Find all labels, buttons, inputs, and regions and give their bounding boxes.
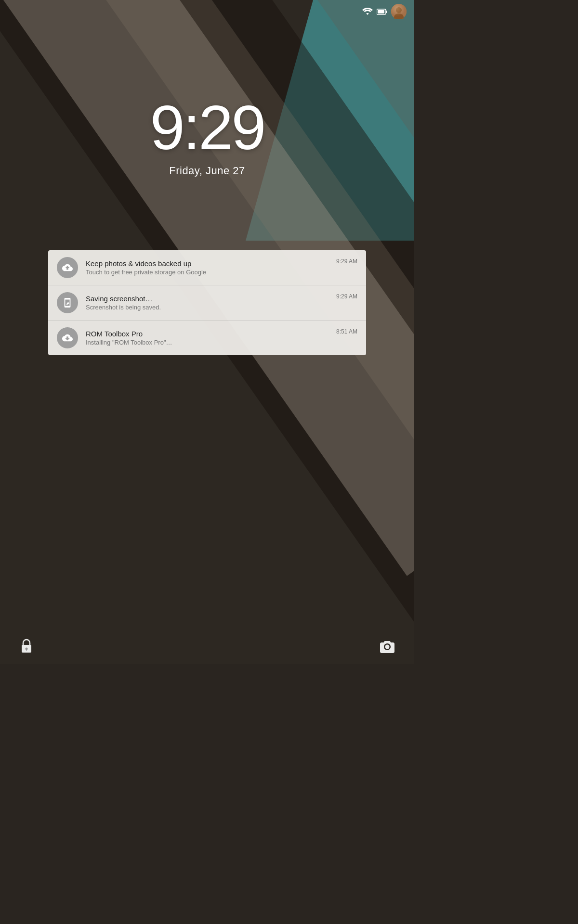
svg-point-6 — [391, 4, 407, 19]
clock-area: 9:29 Friday, June 27 — [0, 96, 414, 177]
clock-time: 9:29 — [150, 96, 264, 159]
notification-time: 9:29 AM — [336, 292, 357, 300]
notification-content: Saving screenshot… Screenshot is being s… — [86, 295, 330, 311]
notification-content: Keep photos & videos backed up Touch to … — [86, 259, 330, 276]
notification-content: ROM Toolbox Pro Installing "ROM Toolbox … — [86, 330, 330, 346]
clock-date: Friday, June 27 — [169, 165, 245, 177]
notification-icon-screenshot — [57, 292, 78, 313]
battery-icon — [377, 9, 387, 15]
notification-body: Installing "ROM Toolbox Pro"… — [86, 339, 330, 346]
notification-item[interactable]: Saving screenshot… Screenshot is being s… — [48, 285, 366, 321]
svg-rect-9 — [26, 649, 27, 651]
notification-title: Keep photos & videos backed up — [86, 259, 330, 268]
notification-icon-upload — [57, 257, 78, 278]
notification-time: 9:29 AM — [336, 257, 357, 265]
bottom-bar — [0, 638, 414, 654]
notification-title: Saving screenshot… — [86, 295, 330, 303]
svg-rect-2 — [386, 11, 388, 13]
status-bar — [0, 0, 414, 23]
notification-icon-download — [57, 327, 78, 348]
notification-title: ROM Toolbox Pro — [86, 330, 330, 338]
notification-item[interactable]: Keep photos & videos backed up Touch to … — [48, 250, 366, 285]
svg-rect-1 — [378, 10, 384, 13]
lock-icon[interactable] — [19, 638, 34, 654]
notifications-area: Keep photos & videos backed up Touch to … — [48, 250, 366, 355]
wifi-icon — [362, 8, 373, 15]
notification-time: 8:51 AM — [336, 327, 357, 335]
svg-point-10 — [385, 645, 390, 649]
avatar[interactable] — [391, 4, 407, 19]
notification-body: Touch to get free private storage on Goo… — [86, 269, 330, 276]
camera-icon[interactable] — [380, 640, 395, 653]
notification-body: Screenshot is being saved. — [86, 304, 330, 311]
notification-item[interactable]: ROM Toolbox Pro Installing "ROM Toolbox … — [48, 321, 366, 355]
